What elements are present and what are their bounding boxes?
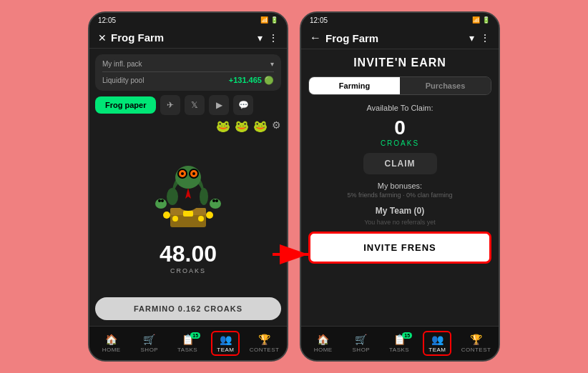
contest-label: CONTEST bbox=[250, 347, 280, 353]
right-nav-shop[interactable]: 🛒 SHOP bbox=[347, 334, 376, 353]
right-pupil bbox=[192, 172, 195, 175]
youtube-btn[interactable]: ▶ bbox=[209, 95, 229, 115]
frog-icon-1: 🐸 bbox=[216, 119, 230, 133]
shop-label: SHOP bbox=[141, 347, 159, 353]
tasks-label: TASKS bbox=[177, 347, 197, 353]
left-phone: 12:05 📶 🔋 ✕ Frog Farm ▾ ⋮ M bbox=[88, 11, 288, 362]
left-more-icon[interactable]: ⋮ bbox=[268, 32, 278, 44]
left-status-time: 12:05 bbox=[98, 16, 116, 24]
right-contest-icon: 🏆 bbox=[470, 334, 482, 345]
twitter-btn[interactable]: 𝕏 bbox=[185, 95, 205, 115]
chat-btn[interactable]: 💬 bbox=[233, 95, 253, 115]
home-label: HOME bbox=[102, 347, 121, 353]
croaks-value: 48.00 bbox=[160, 241, 217, 267]
coin1 bbox=[163, 212, 170, 219]
nav-home[interactable]: 🏠 HOME bbox=[97, 334, 126, 353]
available-croaks-label: CROAKS bbox=[308, 139, 491, 147]
right-header-left: ← Frog Farm bbox=[310, 31, 378, 44]
right-status-time: 12:05 bbox=[310, 16, 328, 24]
tab-group: Farming Purchases bbox=[308, 76, 491, 95]
right-back-icon[interactable]: ← bbox=[310, 31, 321, 44]
infl-pack-dropdown[interactable]: ▾ bbox=[270, 60, 274, 68]
team-icon: 👥 bbox=[220, 334, 232, 345]
frog-paper-btn[interactable]: Frog paper bbox=[95, 96, 156, 114]
right-tasks-badge: 15 bbox=[402, 332, 412, 339]
liquidity-value: +131.465 🟢 bbox=[229, 76, 274, 85]
right-bottom-nav: 🏠 HOME 🛒 SHOP 15 📋 TASKS 👥 TEAM 🏆 CONTES… bbox=[301, 326, 499, 360]
right-status-bar: 12:05 📶 🔋 bbox=[301, 13, 499, 27]
left-header-left: ✕ Frog Farm bbox=[98, 31, 164, 44]
left-close-icon[interactable]: ✕ bbox=[98, 32, 107, 44]
right-header-title: Frog Farm bbox=[325, 32, 378, 44]
infl-pack-label: My infl. pack bbox=[102, 60, 142, 68]
bonuses-title: My bonuses: bbox=[308, 181, 491, 190]
right-nav-team[interactable]: 👥 TEAM bbox=[423, 331, 451, 356]
right-nav-home[interactable]: 🏠 HOME bbox=[309, 334, 338, 353]
left-status-bar: 12:05 📶 🔋 bbox=[89, 13, 287, 27]
telegram-btn[interactable]: ✈ bbox=[160, 95, 180, 115]
right-arm bbox=[200, 188, 208, 205]
left-bottom-nav: 🏠 HOME 🛒 SHOP 15 📋 TASKS 👥 TEAM 🏆 CONTES… bbox=[89, 326, 287, 360]
liquidity-label: Liquidity pool bbox=[102, 76, 144, 84]
left-header-title: Frog Farm bbox=[111, 31, 164, 44]
nav-shop[interactable]: 🛒 SHOP bbox=[135, 334, 164, 353]
right-dropdown-icon[interactable]: ▾ bbox=[469, 32, 474, 44]
shop-icon: 🛒 bbox=[143, 334, 155, 345]
coin4 bbox=[206, 212, 213, 219]
farming-btn[interactable]: FARMINO 0.162 CROAKS bbox=[95, 297, 281, 320]
team-title: My Team (0) bbox=[308, 206, 491, 216]
page-title: INVITE'N EARN bbox=[308, 56, 491, 69]
nav-team[interactable]: 👥 TEAM bbox=[211, 331, 240, 356]
gear-icon[interactable]: ⚙ bbox=[272, 119, 281, 133]
tasks-badge: 15 bbox=[190, 332, 200, 339]
left-main: My infl. pack ▾ Liquidity pool +131.465 … bbox=[89, 49, 287, 326]
bonuses-desc: 5% friends farming · 0% clan farming bbox=[308, 192, 491, 199]
right-content-area: INVITE'N EARN Farming Purchases Availabl… bbox=[301, 49, 499, 326]
nav-tasks[interactable]: 15 📋 TASKS bbox=[173, 334, 202, 353]
left-status-icons: 📶 🔋 bbox=[260, 16, 278, 24]
frog-image bbox=[145, 138, 231, 238]
croaks-label: CROAKS bbox=[170, 267, 206, 274]
right-team-icon: 👥 bbox=[431, 334, 444, 345]
claim-btn[interactable]: CLAIM bbox=[363, 153, 437, 174]
right-header: ← Frog Farm ▾ ⋮ bbox=[301, 27, 499, 49]
contest-icon: 🏆 bbox=[258, 334, 270, 345]
right-home-icon: 🏠 bbox=[317, 334, 329, 345]
sf-right-eye2 bbox=[215, 199, 218, 202]
right-home-label: HOME bbox=[314, 347, 333, 353]
infl-pack-row: My infl. pack ▾ bbox=[102, 60, 274, 68]
sf-left-eye2 bbox=[161, 199, 164, 202]
small-frog-left bbox=[155, 199, 167, 209]
frog-icons-row: 🐸 🐸 🐸 ⚙ bbox=[216, 119, 281, 133]
right-nav-contest[interactable]: 🏆 CONTEST bbox=[461, 334, 491, 353]
frog-icon-3: 🐸 bbox=[253, 119, 268, 133]
right-nav-tasks[interactable]: 15 📋 TASKS bbox=[385, 334, 413, 353]
left-dropdown-icon[interactable]: ▾ bbox=[258, 32, 263, 44]
chest-lock bbox=[183, 211, 193, 217]
right-shop-icon: 🛒 bbox=[355, 334, 367, 345]
bonuses-section: My bonuses: 5% friends farming · 0% clan… bbox=[308, 181, 491, 199]
team-label: TEAM bbox=[217, 347, 234, 353]
action-buttons: Frog paper ✈ 𝕏 ▶ 💬 bbox=[95, 95, 281, 115]
right-status-icons: 📶 🔋 bbox=[472, 16, 490, 24]
frog-svg bbox=[152, 145, 224, 231]
left-header-icons: ▾ ⋮ bbox=[258, 32, 278, 44]
card-divider bbox=[102, 71, 274, 72]
nav-contest[interactable]: 🏆 CONTEST bbox=[250, 334, 280, 353]
right-main: INVITE'N EARN Farming Purchases Availabl… bbox=[301, 49, 499, 326]
sf-left-eye bbox=[158, 199, 161, 202]
left-arm bbox=[167, 188, 178, 205]
no-referrals: You have no referrals yet bbox=[308, 219, 491, 226]
right-header-icons: ▾ ⋮ bbox=[469, 32, 490, 44]
invite-btn[interactable]: INVITE FRENS bbox=[308, 232, 491, 264]
right-more-icon[interactable]: ⋮ bbox=[480, 32, 490, 44]
right-team-label: TEAM bbox=[428, 347, 446, 353]
left-pupil bbox=[181, 172, 184, 175]
phones-wrapper: 12:05 📶 🔋 ✕ Frog Farm ▾ ⋮ M bbox=[88, 11, 500, 362]
frog-area: 🐸 🐸 🐸 ⚙ bbox=[95, 119, 281, 293]
right-contest-label: CONTEST bbox=[461, 347, 491, 353]
small-frog-right bbox=[210, 199, 221, 209]
frog-icon-2: 🐸 bbox=[235, 119, 249, 133]
tab-farming[interactable]: Farming bbox=[309, 77, 400, 94]
tab-purchases[interactable]: Purchases bbox=[400, 77, 491, 94]
